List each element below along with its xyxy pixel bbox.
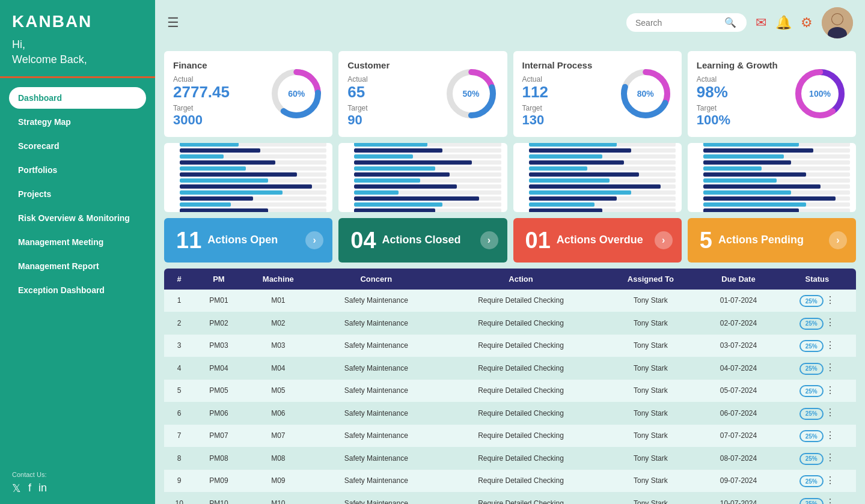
metric-text-learning: Learning & Growth Actual 98% Target 100% — [697, 60, 787, 128]
table-cell-5: Tony Stark — [603, 402, 699, 425]
bar-track — [529, 166, 676, 171]
progress-badge: 25% — [799, 385, 824, 397]
bar-fill-2 — [354, 202, 442, 207]
bar-track — [354, 160, 501, 165]
table-cell-1: PM01 — [194, 290, 243, 312]
search-bar[interactable]: 🔍 — [626, 13, 747, 32]
bar-fill-1 — [354, 196, 479, 201]
action-btn-open[interactable]: 11 Actions Open › — [164, 218, 332, 263]
table-cell-6: 02-07-2024 — [698, 312, 778, 335]
sidebar-item-scorecard[interactable]: Scorecard — [9, 135, 146, 157]
metric-card-customer: Customer Actual 65 Target 90 50% — [338, 51, 507, 137]
bar-fill-1 — [529, 208, 602, 212]
menu-icon[interactable]: ☰ — [167, 15, 179, 31]
row-menu-icon[interactable]: ⋮ — [825, 362, 835, 372]
sidebar-item-management-report[interactable]: Management Report — [9, 255, 146, 277]
linkedin-icon[interactable]: in — [38, 482, 47, 495]
bar-row-1 — [170, 148, 326, 153]
table-row: 6PM06M06Safety MaintenanceRequire Detail… — [164, 402, 856, 425]
donut-label-learning: 100% — [809, 89, 831, 99]
action-arrow-closed[interactable]: › — [480, 231, 498, 249]
sidebar-item-strategy-map[interactable]: Strategy Map — [9, 111, 146, 133]
table-cell-0: 2 — [164, 312, 194, 335]
twitter-icon[interactable]: 𝕏 — [12, 482, 21, 495]
metric-actual-value-customer: 65 — [347, 83, 438, 101]
bar-track — [354, 202, 501, 207]
sidebar-item-risk-overview[interactable]: Risk Overview & Monitoring — [9, 207, 146, 229]
action-arrow-pending[interactable]: › — [829, 231, 847, 249]
bar-track — [180, 154, 326, 159]
bar-row-1 — [519, 148, 676, 153]
table-col-pm: PM — [194, 269, 243, 290]
row-menu-icon[interactable]: ⋮ — [825, 407, 835, 417]
metric-actual-label-internal: Actual — [522, 75, 613, 83]
bar-fill-1 — [703, 172, 806, 177]
bar-track — [529, 184, 676, 189]
sidebar-item-portfolios[interactable]: Portfolios — [9, 159, 146, 181]
action-btn-closed[interactable]: 04 Actions Closed › — [338, 218, 507, 263]
avatar[interactable] — [822, 7, 853, 38]
row-menu-icon[interactable]: ⋮ — [825, 340, 835, 350]
bar-fill-2 — [529, 202, 595, 207]
table-cell-1: PM02 — [194, 312, 243, 335]
table-cell-6: 06-07-2024 — [698, 402, 778, 425]
sidebar-item-dashboard[interactable]: Dashboard — [9, 87, 146, 109]
table-cell-4: Require Detailed Checking — [439, 380, 602, 402]
sidebar-item-exception-dashboard[interactable]: Exception Dashboard — [9, 279, 146, 301]
gear-icon[interactable]: ⚙ — [801, 15, 813, 31]
bar-track — [354, 148, 501, 153]
row-menu-icon[interactable]: ⋮ — [825, 452, 835, 463]
row-menu-icon[interactable]: ⋮ — [825, 295, 835, 305]
progress-badge: 25% — [799, 453, 824, 465]
metric-target-value-finance: 3000 — [173, 112, 263, 128]
bar-row-4 — [694, 184, 850, 189]
bar-fill-2 — [354, 166, 435, 171]
bar-track — [703, 208, 850, 212]
bar-track — [703, 202, 850, 207]
row-menu-icon[interactable]: ⋮ — [825, 497, 835, 504]
table-cell-0: 6 — [164, 402, 194, 425]
row-menu-icon[interactable]: ⋮ — [825, 475, 835, 485]
table-cell-4: Require Detailed Checking — [439, 290, 602, 312]
bar-row-accent-2 — [519, 166, 676, 171]
table-cell-5: Tony Stark — [603, 335, 699, 357]
bar-row-6 — [170, 208, 326, 212]
row-menu-icon[interactable]: ⋮ — [825, 317, 835, 327]
facebook-icon[interactable]: f — [28, 482, 31, 495]
table-cell-5: Tony Stark — [603, 470, 699, 493]
metric-target-value-customer: 90 — [347, 112, 438, 128]
table-cell-3: Safety Maintenance — [313, 312, 439, 335]
bar-track — [180, 143, 326, 147]
table-cell-4: Require Detailed Checking — [439, 447, 602, 470]
bar-fill-2 — [180, 202, 231, 207]
metric-category-learning: Learning & Growth — [697, 60, 787, 70]
bell-icon[interactable]: 🔔 — [775, 15, 792, 31]
table-cell-3: Safety Maintenance — [313, 380, 439, 402]
progress-badge: 25% — [799, 430, 824, 442]
action-btn-pending[interactable]: 5 Actions Pending › — [688, 218, 856, 263]
search-input[interactable] — [635, 18, 720, 28]
sidebar-item-management-meeting[interactable]: Management Meeting — [9, 231, 146, 253]
gmail-icon[interactable]: ✉ — [756, 15, 766, 31]
table-cell-2: M05 — [243, 380, 314, 402]
bar-fill-1 — [354, 160, 471, 165]
action-arrow-open[interactable]: › — [305, 231, 323, 249]
row-menu-icon[interactable]: ⋮ — [825, 385, 835, 395]
table-body: 1PM01M01Safety MaintenanceRequire Detail… — [164, 290, 856, 504]
action-num-pending: 5 — [700, 229, 712, 252]
bar-row-accent-1 — [344, 154, 501, 159]
action-btn-overdue[interactable]: 01 Actions Overdue › — [513, 218, 682, 263]
bar-fill-2 — [180, 178, 268, 183]
table-cell-4: Require Detailed Checking — [439, 335, 602, 357]
bar-track — [703, 148, 850, 153]
bar-row-5 — [519, 196, 676, 201]
bar-track — [354, 208, 501, 212]
bar-row-accent-0 — [170, 143, 326, 147]
bar-track — [529, 154, 676, 159]
bar-fill-1 — [180, 196, 253, 201]
action-arrow-overdue[interactable]: › — [655, 231, 673, 249]
sidebar-item-projects[interactable]: Projects — [9, 183, 146, 205]
table-col-due-date: Due Date — [698, 269, 778, 290]
table-cell-1: PM04 — [194, 357, 243, 380]
row-menu-icon[interactable]: ⋮ — [825, 430, 835, 440]
